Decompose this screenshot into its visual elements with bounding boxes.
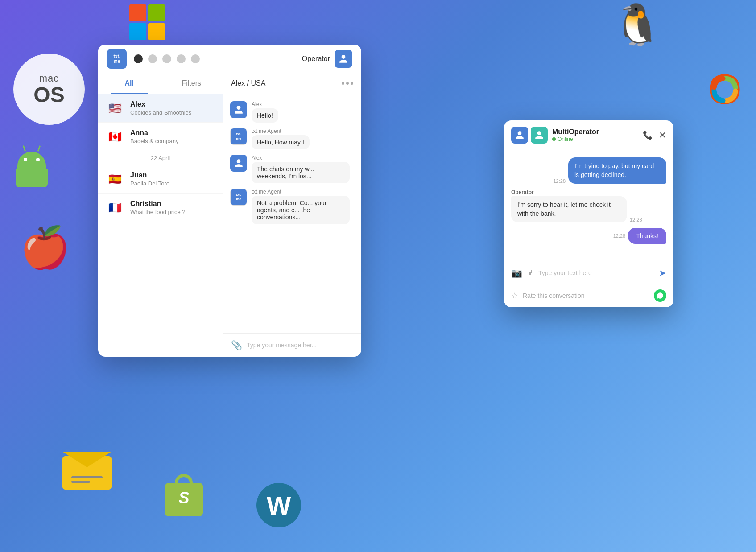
chat-msg-4: txt. me txt.me Agent Not a problem! Co..… <box>230 189 354 224</box>
envelope-line-1 <box>71 476 103 478</box>
contact-name-christian: Christian <box>130 200 215 208</box>
popup-bubble-1: I'm trying to pay, but my card is gettin… <box>568 157 666 184</box>
contacts-panel: All Filters 🇺🇸 Alex Cookies and Smoothie… <box>98 73 223 357</box>
tabs-row: All Filters <box>98 73 223 94</box>
chat-msg-3: Alex The chats on my w... weekends, I'm … <box>230 155 354 183</box>
msg-avatar-alex-2 <box>230 155 247 172</box>
popup-header: MultiOperator Online 📞 ✕ <box>504 120 673 150</box>
android-antenna-right <box>37 145 41 152</box>
popup-window: MultiOperator Online 📞 ✕ 12:28 I'm tryin… <box>504 120 673 307</box>
popup-rate-area: ☆ Rate this conversation <box>504 284 673 307</box>
chat-menu-dots[interactable] <box>342 82 353 85</box>
popup-msg-left-1: Operator I'm sorry to hear it, let me ch… <box>511 189 666 222</box>
android-body <box>16 169 48 187</box>
msg-avatar-agent-2: txt. me <box>230 189 247 206</box>
popup-avatar-group <box>511 127 548 144</box>
nav-dot-4[interactable] <box>177 54 186 63</box>
contact-name-anna: Anna <box>130 129 215 137</box>
operator-section: Operator <box>302 50 352 68</box>
camera-icon[interactable]: 📷 <box>511 268 522 278</box>
window-header: txt. me Operator <box>98 45 361 73</box>
android-eye-left <box>24 158 27 161</box>
tab-all[interactable]: All <box>98 73 161 94</box>
contact-item-juan[interactable]: 🇪🇸 Juan Paella Del Toro <box>98 165 223 194</box>
chat-messages: Alex Hello! txt. me txt.me Agent Hello <box>223 94 361 333</box>
apple-icon: 🍎 <box>20 227 70 268</box>
popup-av-teal <box>531 127 548 144</box>
popup-msg-right-2: 12:28 Thanks! <box>511 228 666 244</box>
operator-label: Operator <box>302 55 330 63</box>
status-dot <box>552 137 556 141</box>
android-robot <box>16 152 48 187</box>
contact-item-alex[interactable]: 🇺🇸 Alex Cookies and Smoothies <box>98 94 223 123</box>
date-separator: 22 April <box>98 151 223 165</box>
star-icon[interactable]: ☆ <box>511 291 518 301</box>
nav-dot-3[interactable] <box>162 54 171 63</box>
chat-header-title: Alex / USA <box>231 79 265 87</box>
msg-sender-1: Alex <box>252 101 278 107</box>
status-text: Online <box>558 136 573 142</box>
linux-icon: 🐧 <box>612 4 662 45</box>
operator-avatar[interactable] <box>335 50 352 68</box>
msg-avatar-agent-1: txt. me <box>230 128 247 145</box>
dot-1 <box>342 82 344 85</box>
contact-flag-fr: 🇫🇷 <box>105 201 125 215</box>
popup-input-area: 📷 🎙 Type your text here ➤ <box>504 262 673 284</box>
popup-input-placeholder[interactable]: Type your text here <box>538 269 654 276</box>
msg-content-4: txt.me Agent Not a problem! Co... your a… <box>252 189 350 224</box>
chat-input-placeholder[interactable]: Type your message her... <box>247 342 353 349</box>
msg-sender-2: txt.me Agent <box>252 128 310 134</box>
rate-label: Rate this conversation <box>523 292 649 299</box>
contact-list: 🇺🇸 Alex Cookies and Smoothies 🇨🇦 Anna Ba… <box>98 94 223 357</box>
chat-panel: Alex / USA Alex Hello! <box>223 73 361 357</box>
app-window: txt. me Operator All Filters <box>98 45 361 357</box>
popup-actions: 📞 ✕ <box>643 130 666 140</box>
thanks-bubble: Thanks! <box>628 228 666 244</box>
tab-filters[interactable]: Filters <box>161 73 223 94</box>
wordpress-icon: W <box>256 483 301 527</box>
contact-flag-us: 🇺🇸 <box>105 101 125 115</box>
chat-input-area: 📎 Type your message her... <box>223 333 361 357</box>
android-eye-right <box>36 158 40 161</box>
nav-dots <box>134 54 302 63</box>
msg-time-1: 12:28 <box>553 178 566 184</box>
joomla-logo <box>707 71 743 114</box>
attach-icon[interactable]: 📎 <box>231 340 242 350</box>
macos-os-text: OS <box>33 84 64 106</box>
popup-av-blue <box>511 127 528 144</box>
nav-dot-5[interactable] <box>191 54 200 63</box>
contact-flag-es: 🇪🇸 <box>105 172 125 186</box>
msg-sender-4: txt.me Agent <box>252 189 350 195</box>
send-icon[interactable]: ➤ <box>659 268 666 278</box>
nav-dot-1[interactable] <box>134 54 143 63</box>
win-sq-yellow <box>148 23 165 40</box>
msg-bubble-3: The chats on my w... weekends, I'm los..… <box>252 162 350 183</box>
mic-icon[interactable]: 🎙 <box>527 269 534 277</box>
shopify-bag: S <box>165 474 203 516</box>
contact-sub-juan: Paella Del Toro <box>130 180 215 187</box>
android-head <box>17 152 46 169</box>
popup-bubble-2: I'm sorry to hear it, let me check it wi… <box>511 196 627 222</box>
msg-bubble-2: Hello, How may I <box>252 135 310 149</box>
contact-name-alex: Alex <box>130 100 215 108</box>
popup-msg-sender-1: Operator <box>511 189 666 195</box>
win-sq-green <box>148 4 165 21</box>
chat-header: Alex / USA <box>223 73 361 94</box>
contact-item-anna[interactable]: 🇨🇦 Anna Bagels & company <box>98 123 223 151</box>
nav-dot-2[interactable] <box>148 54 157 63</box>
bag-body: S <box>165 483 203 516</box>
envelope-flap <box>62 452 112 467</box>
msg-bubble-4: Not a problem! Co... your agents, and c.… <box>252 196 350 224</box>
email-envelope <box>62 452 112 490</box>
windows-icon <box>129 4 165 40</box>
bag-letter: S <box>178 489 189 507</box>
window-body: All Filters 🇺🇸 Alex Cookies and Smoothie… <box>98 73 361 357</box>
phone-icon[interactable]: 📞 <box>643 130 653 140</box>
contact-info-juan: Juan Paella Del Toro <box>130 171 215 187</box>
chat-msg-2: txt. me txt.me Agent Hello, How may I <box>230 128 354 149</box>
whatsapp-icon[interactable] <box>654 289 666 302</box>
msg-bubble-1: Hello! <box>252 108 278 123</box>
win-sq-red <box>129 4 146 21</box>
close-button[interactable]: ✕ <box>659 130 666 140</box>
contact-item-christian[interactable]: 🇫🇷 Christian What the food price ? <box>98 194 223 222</box>
